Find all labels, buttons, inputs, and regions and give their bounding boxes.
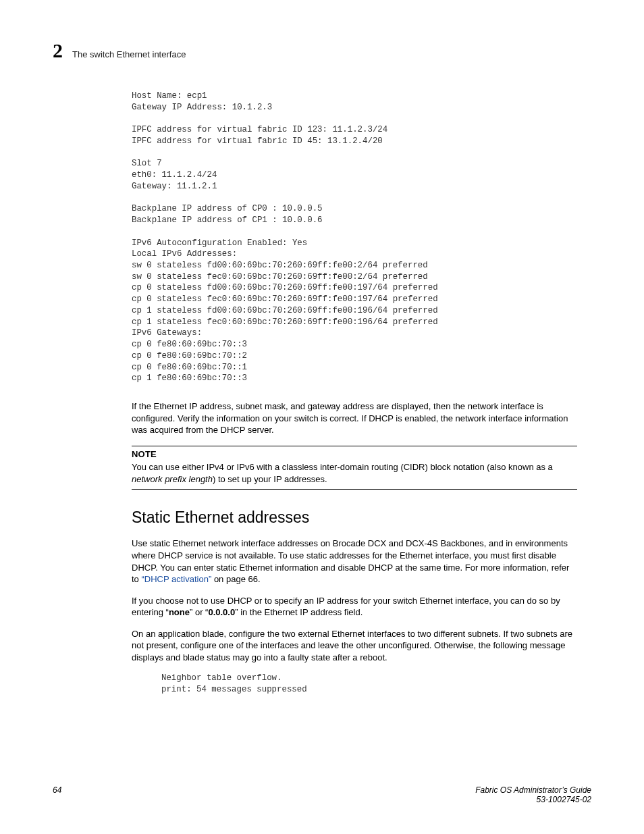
divider	[132, 446, 577, 446]
cross-reference-link[interactable]: “DHCP activation”	[141, 574, 211, 584]
paragraph-text: ” or “	[190, 607, 208, 617]
body-paragraph: On an application blade, configure the t…	[132, 628, 577, 664]
note-text-before: You can use either IPv4 or IPv6 with a c…	[132, 462, 553, 472]
note-text: You can use either IPv4 or IPv6 with a c…	[132, 461, 577, 485]
chapter-title: The switch Ethernet interface	[72, 49, 186, 59]
literal-value: none	[169, 607, 190, 617]
divider	[132, 489, 577, 490]
terminal-output: Host Name: ecp1 Gateway IP Address: 10.1…	[132, 90, 577, 384]
note-label: NOTE	[132, 448, 577, 461]
literal-value: 0.0.0.0	[208, 607, 235, 617]
chapter-number: 2	[53, 39, 63, 62]
section-heading: Static Ethernet addresses	[132, 507, 577, 528]
doc-id: 53-1002745-02	[537, 795, 591, 804]
doc-title: Fabric OS Administrator’s Guide	[475, 785, 591, 795]
paragraph-text: ” in the Ethernet IP address field.	[235, 607, 363, 617]
footer-right: Fabric OS Administrator’s Guide 53-10027…	[475, 785, 591, 804]
message-output: Neighbor table overflow. print: 54 messa…	[161, 673, 577, 695]
body-paragraph: If you choose not to use DHCP or to spec…	[132, 595, 577, 619]
page: 2 The switch Ethernet interface Host Nam…	[0, 0, 644, 834]
note-italic: network prefix length	[132, 474, 213, 484]
main-content: Host Name: ecp1 Gateway IP Address: 10.1…	[132, 90, 577, 696]
note-text-after: ) to set up your IP addresses.	[213, 474, 327, 484]
paragraph-text: on page 66.	[211, 574, 260, 584]
page-number: 64	[53, 785, 61, 804]
page-footer: 64 Fabric OS Administrator’s Guide 53-10…	[53, 785, 591, 804]
body-paragraph: Use static Ethernet network interface ad…	[132, 538, 577, 585]
body-paragraph: If the Ethernet IP address, subnet mask,…	[132, 400, 577, 436]
page-header: 2 The switch Ethernet interface	[53, 39, 591, 62]
